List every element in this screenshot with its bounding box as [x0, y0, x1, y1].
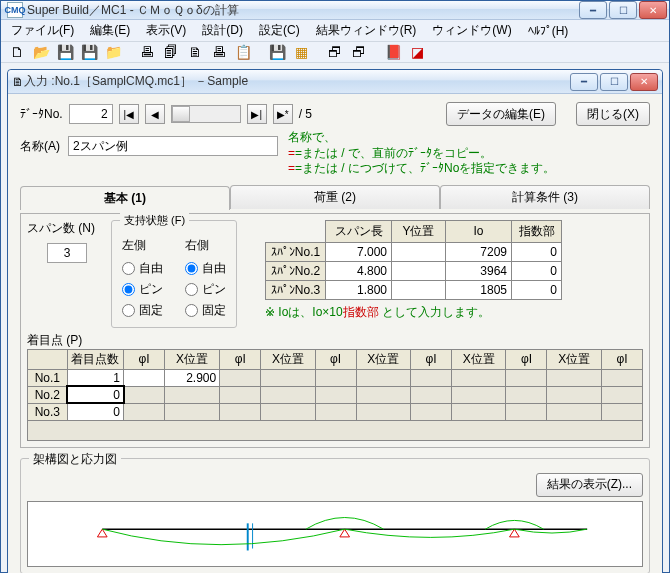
inner-titlebar: 🗎 入力 :No.1［SamplCMQ.mc1］ －Sample ━ ☐ ✕: [8, 70, 662, 94]
menu-view[interactable]: 表示(V): [140, 20, 192, 41]
app-icon: CMQ: [7, 2, 23, 18]
disk-icon[interactable]: 💾: [267, 42, 287, 62]
io-note: ※ Ioは、Io×10指数部 として入力します。: [265, 304, 643, 321]
menu-help[interactable]: ﾍﾙﾌﾟ(H): [522, 22, 575, 40]
last-new-button[interactable]: ▶*: [273, 104, 293, 124]
focus-table[interactable]: 着目点数 φI X位置 φI X位置 φI X位置 φI X位置 φI X位置 …: [27, 349, 643, 441]
data-no-label: ﾃﾞｰﾀNo.: [20, 107, 63, 121]
svg-marker-3: [510, 529, 520, 537]
new-icon[interactable]: 🗋: [7, 42, 27, 62]
name-label: 名称(A): [20, 138, 60, 155]
copy-page-icon[interactable]: 🗐: [161, 42, 181, 62]
name-field[interactable]: [68, 136, 278, 156]
structure-diagram: [27, 501, 643, 567]
toolbar: 🗋 📂 💾 💾 📁 🖶 🗐 🗎 🖶 📋 💾 ▦ 🗗 🗗 📕 ◪: [1, 42, 669, 63]
focus-row-1: No.112.900: [28, 369, 643, 386]
data-no-scrollbar[interactable]: [171, 105, 241, 123]
preview-icon[interactable]: 🗎: [185, 42, 205, 62]
menu-settings[interactable]: 設定(C): [253, 20, 306, 41]
menu-file[interactable]: ファイル(F): [5, 20, 80, 41]
left-fix-radio[interactable]: 固定: [122, 302, 163, 319]
diagram-group: 架構図と応力図 結果の表示(Z)...: [20, 458, 650, 573]
focus-row-2: No.20: [28, 386, 643, 403]
doc-icon: 🗎: [12, 75, 24, 89]
clipboard-icon[interactable]: 📋: [233, 42, 253, 62]
inner-window: 🗎 入力 :No.1［SamplCMQ.mc1］ －Sample ━ ☐ ✕ ﾃ…: [7, 69, 663, 573]
tab-panel-basic: スパン数 (N) 支持状態 (F) 左側 自由 ピン 固定: [20, 213, 650, 448]
left-free-radio[interactable]: 自由: [122, 260, 163, 277]
tab-conditions[interactable]: 計算条件 (3): [440, 185, 650, 209]
data-total: / 5: [299, 107, 312, 121]
cascade-icon[interactable]: 🗗: [325, 42, 345, 62]
inner-title-text: 入力 :No.1［SamplCMQ.mc1］ －Sample: [24, 73, 570, 90]
save-icon[interactable]: 💾: [55, 42, 75, 62]
menu-window[interactable]: ウィンドウ(W): [426, 20, 517, 41]
left-pin-radio[interactable]: ピン: [122, 281, 163, 298]
tab-basic[interactable]: 基本 (1): [20, 186, 230, 210]
folder-icon[interactable]: 📁: [103, 42, 123, 62]
run-icon[interactable]: ▦: [291, 42, 311, 62]
span-count-field[interactable]: [47, 243, 87, 263]
name-hint: 名称で、 ==または / で、直前のﾃﾞｰﾀをコピー。 ==または / につづけ…: [288, 130, 555, 177]
span-count-label: スパン数 (N): [27, 220, 103, 237]
span-table[interactable]: スパン長 Y位置 Io 指数部 ｽﾊﾟﾝNo.17.00072090 ｽﾊﾟﾝN…: [265, 220, 562, 300]
right-side-label: 右側: [185, 237, 226, 254]
inner-maximize-button[interactable]: ☐: [600, 73, 628, 91]
save2-icon[interactable]: 💾: [79, 42, 99, 62]
tabs: 基本 (1) 荷重 (2) 計算条件 (3): [20, 185, 650, 209]
tab-load[interactable]: 荷重 (2): [230, 185, 440, 209]
inner-minimize-button[interactable]: ━: [570, 73, 598, 91]
focus-label: 着目点 (P): [27, 332, 643, 349]
diagram-legend: 架構図と応力図: [29, 451, 121, 468]
app-window: CMQ Super Build／MC1 - ＣＭｏＱｏδの計算 ━ ☐ ✕ ファ…: [0, 0, 670, 573]
app-title: Super Build／MC1 - ＣＭｏＱｏδの計算: [27, 2, 579, 19]
mdi-client: 🗎 入力 :No.1［SamplCMQ.mc1］ －Sample ━ ☐ ✕ ﾃ…: [1, 63, 669, 573]
menu-design[interactable]: 設計(D): [196, 20, 249, 41]
prev-button[interactable]: ◀: [145, 104, 165, 124]
menubar: ファイル(F) 編集(E) 表示(V) 設計(D) 設定(C) 結果ウィンドウ(…: [1, 20, 669, 42]
right-fix-radio[interactable]: 固定: [185, 302, 226, 319]
span-row-3: ｽﾊﾟﾝNo.31.80018050: [266, 280, 562, 299]
edit-data-button[interactable]: データの編集(E): [446, 102, 556, 126]
close-panel-button[interactable]: 閉じる(X): [576, 102, 650, 126]
print2-icon[interactable]: 🖶: [209, 42, 229, 62]
menu-edit[interactable]: 編集(E): [84, 20, 136, 41]
menu-result[interactable]: 結果ウィンドウ(R): [310, 20, 423, 41]
span-row-2: ｽﾊﾟﾝNo.24.80039640: [266, 261, 562, 280]
focus-row-3: No.30: [28, 403, 643, 420]
inner-close-button[interactable]: ✕: [630, 73, 658, 91]
minimize-button[interactable]: ━: [579, 1, 607, 19]
next-button[interactable]: ▶|: [247, 104, 267, 124]
right-pin-radio[interactable]: ピン: [185, 281, 226, 298]
exit-icon[interactable]: ◪: [407, 42, 427, 62]
outer-titlebar: CMQ Super Build／MC1 - ＣＭｏＱｏδの計算 ━ ☐ ✕: [1, 1, 669, 20]
left-side-label: 左側: [122, 237, 163, 254]
inner-body: ﾃﾞｰﾀNo. |◀ ◀ ▶| ▶* / 5 データの編集(E) 閉じる(X) …: [8, 94, 662, 573]
data-no-field[interactable]: [69, 104, 113, 124]
open-icon[interactable]: 📂: [31, 42, 51, 62]
show-result-button[interactable]: 結果の表示(Z)...: [536, 473, 643, 497]
help-icon[interactable]: 📕: [383, 42, 403, 62]
span-row-1: ｽﾊﾟﾝNo.17.00072090: [266, 242, 562, 261]
right-free-radio[interactable]: 自由: [185, 260, 226, 277]
first-button[interactable]: |◀: [119, 104, 139, 124]
close-button[interactable]: ✕: [639, 1, 667, 19]
tile-icon[interactable]: 🗗: [349, 42, 369, 62]
maximize-button[interactable]: ☐: [609, 1, 637, 19]
print-icon[interactable]: 🖶: [137, 42, 157, 62]
support-legend: 支持状態 (F): [120, 213, 189, 228]
